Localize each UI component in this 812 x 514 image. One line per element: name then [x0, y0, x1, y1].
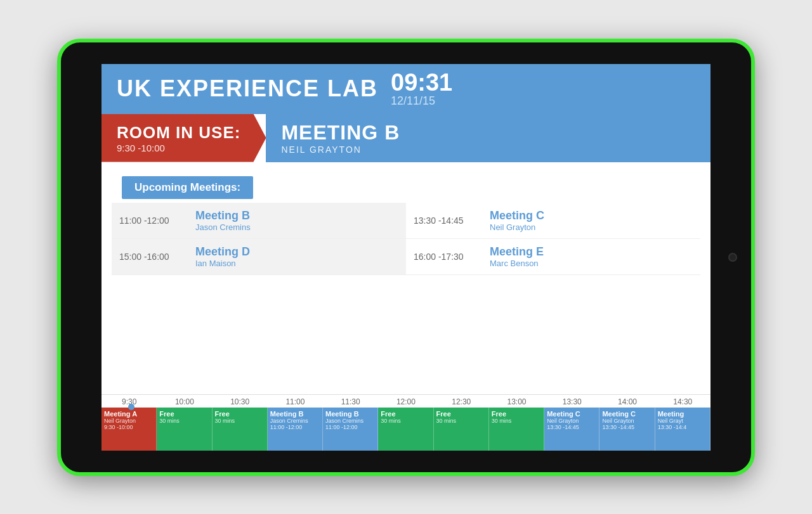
tblock-sub2: 11:00 -12:00 — [270, 424, 320, 430]
meeting-row: 13:30 -14:45 Meeting C Neil Grayton — [406, 203, 700, 239]
tblock-sub1: Neil Grayton — [104, 418, 154, 424]
timeline-label: 11:30 — [323, 397, 378, 406]
room-in-use-panel: ROOM IN USE: 9:30 -10:00 — [102, 114, 266, 162]
tblock-name: Meeting C — [547, 410, 596, 418]
tblock-sub2: 13:30 -14:4 — [658, 424, 707, 430]
meeting-person: Ian Maison — [195, 259, 250, 268]
timeline-block: Free 30 mins — [157, 408, 212, 451]
upcoming-label: Upcoming Meetings: — [122, 176, 253, 199]
tablet-device: UK EXPERIENCE LAB 09:31 12/11/15 ROOM IN… — [57, 39, 755, 476]
tblock-sub1: 30 mins — [159, 418, 209, 424]
tblock-sub2: 11:00 -12:00 — [325, 424, 375, 430]
meeting-row: 16:00 -17:30 Meeting E Marc Benson — [406, 239, 700, 275]
meeting-person: Marc Benson — [490, 259, 544, 268]
meeting-time: 15:00 -16:00 — [119, 252, 195, 262]
timeline-section: 9:3010:0010:3011:0011:3012:0012:3013:001… — [102, 394, 710, 451]
meeting-name: Meeting B — [195, 209, 251, 222]
meeting-name: Meeting D — [195, 245, 250, 259]
tblock-sub1: Neil Grayton — [602, 418, 652, 424]
timeline-label: 14:00 — [599, 397, 655, 406]
timeline-labels: 9:3010:0010:3011:0011:3012:0012:3013:001… — [102, 395, 710, 408]
meeting-row: 15:00 -16:00 Meeting D Ian Maison — [112, 239, 406, 275]
room-meeting-person: NEIL GRAYTON — [281, 145, 695, 155]
timeline-indicator — [128, 404, 134, 410]
timeline-label: 10:30 — [213, 397, 268, 406]
screen: UK EXPERIENCE LAB 09:31 12/11/15 ROOM IN… — [102, 64, 710, 451]
tblock-name: Meeting A — [104, 410, 154, 418]
meeting-details: Meeting B Jason Cremins — [195, 209, 251, 232]
timeline-label: 11:00 — [268, 397, 323, 406]
timeline-block: Meeting B Jason Cremins 11:00 -12:00 — [268, 408, 323, 451]
timeline-block: Free 30 mins — [378, 408, 433, 451]
camera-icon — [728, 253, 737, 262]
timeline-block: Meeting C Neil Grayton 13:30 -14:45 — [544, 408, 599, 451]
timeline-block: Free 30 mins — [489, 408, 544, 451]
time-block: 09:31 12/11/15 — [391, 70, 452, 108]
tblock-name: Free — [159, 410, 209, 418]
meeting-row: 11:00 -12:00 Meeting B Jason Cremins — [112, 203, 406, 239]
tblock-sub1: Neil Grayt — [658, 418, 707, 424]
timeline-block: Free 30 mins — [434, 408, 489, 451]
tblock-name: Meeting B — [325, 410, 375, 418]
tblock-sub1: 30 mins — [436, 418, 486, 424]
timeline-block: Meeting C Neil Grayton 13:30 -14:45 — [599, 408, 655, 451]
tblock-sub1: 30 mins — [381, 418, 430, 424]
timeline-label: 12:30 — [434, 397, 489, 406]
room-meeting-info: MEETING B NEIL GRAYTON — [266, 114, 710, 162]
tblock-sub1: Jason Cremins — [270, 418, 320, 424]
timeline-block: Meeting B Jason Cremins 11:00 -12:00 — [323, 408, 378, 451]
meetings-grid: 11:00 -12:00 Meeting B Jason Cremins 13:… — [102, 203, 710, 275]
timeline-block: Meeting Neil Grayt 13:30 -14:4 — [655, 408, 710, 451]
upcoming-section: Upcoming Meetings: 11:00 -12:00 Meeting … — [102, 162, 710, 275]
timeline-label: 10:00 — [157, 397, 212, 406]
tblock-sub1: Neil Grayton — [547, 418, 596, 424]
meeting-details: Meeting C Neil Grayton — [490, 209, 544, 232]
timeline-label: 13:00 — [489, 397, 544, 406]
room-time-range: 9:30 -10:00 — [117, 143, 240, 153]
meeting-name: Meeting E — [490, 245, 544, 259]
meeting-details: Meeting D Ian Maison — [195, 245, 250, 268]
room-status-bar: ROOM IN USE: 9:30 -10:00 MEETING B NEIL … — [102, 114, 710, 162]
meeting-name: Meeting C — [490, 209, 544, 222]
meeting-person: Jason Cremins — [195, 222, 251, 232]
timeline-blocks: Meeting A Neil Grayton 9:30 -10:00 Free … — [102, 408, 710, 451]
timeline-block: Free 30 mins — [213, 408, 268, 451]
room-in-use-label: ROOM IN USE: — [117, 123, 240, 143]
current-time: 09:31 — [391, 70, 452, 94]
upcoming-header: Upcoming Meetings: — [102, 167, 710, 203]
room-meeting-name: MEETING B — [281, 121, 695, 145]
tblock-sub1: 30 mins — [215, 418, 265, 424]
timeline-label: 12:00 — [378, 397, 433, 406]
tblock-name: Free — [381, 410, 430, 418]
tblock-name: Free — [492, 410, 541, 418]
tblock-sub2: 13:30 -14:45 — [547, 424, 596, 430]
meeting-time: 11:00 -12:00 — [119, 215, 195, 226]
lab-title: UK EXPERIENCE LAB — [117, 75, 378, 102]
tblock-sub2: 9:30 -10:00 — [104, 424, 154, 430]
tblock-name: Meeting B — [270, 410, 320, 418]
tblock-sub1: 30 mins — [492, 418, 541, 424]
timeline-label: 13:30 — [544, 397, 599, 406]
meeting-time: 13:30 -14:45 — [414, 215, 490, 226]
tblock-name: Free — [215, 410, 265, 418]
tblock-name: Free — [436, 410, 486, 418]
meeting-person: Neil Grayton — [490, 222, 544, 232]
timeline-block: Meeting A Neil Grayton 9:30 -10:00 — [102, 408, 157, 451]
meeting-time: 16:00 -17:30 — [414, 252, 490, 262]
tblock-sub1: Jason Cremins — [325, 418, 375, 424]
meeting-details: Meeting E Marc Benson — [490, 245, 544, 268]
current-date: 12/11/15 — [391, 94, 435, 108]
tblock-name: Meeting C — [602, 410, 652, 418]
tblock-sub2: 13:30 -14:45 — [602, 424, 652, 430]
timeline-label: 14:30 — [655, 397, 710, 406]
header: UK EXPERIENCE LAB 09:31 12/11/15 — [102, 64, 710, 114]
tblock-name: Meeting — [658, 410, 707, 418]
